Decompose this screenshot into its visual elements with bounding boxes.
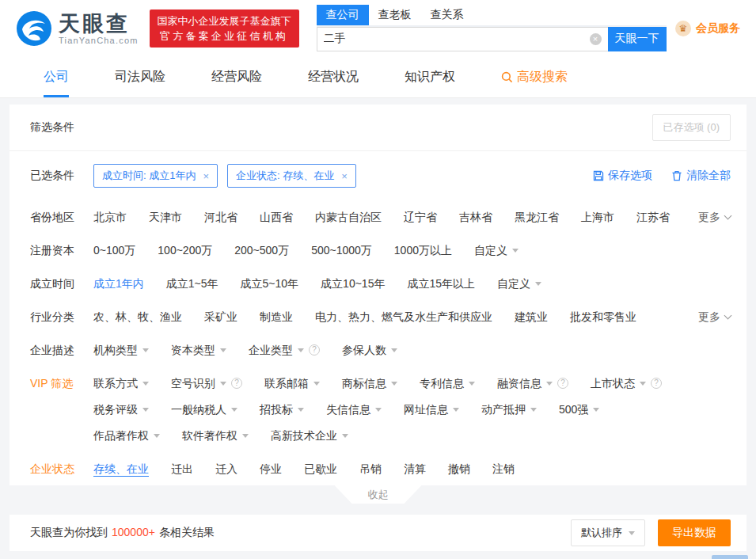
clear-input-icon[interactable] — [590, 33, 602, 45]
filter-option[interactable]: 天津市 — [149, 208, 182, 226]
filter-option[interactable]: 农、林、牧、渔业 — [93, 308, 182, 325]
nav-item-经营状况[interactable]: 经营状况 — [308, 57, 359, 97]
filter-option[interactable]: 高新技术企业 — [271, 427, 348, 444]
filter-option[interactable]: 动产抵押 — [481, 401, 537, 418]
filter-option[interactable]: 上海市 — [581, 208, 614, 226]
filter-option[interactable]: 招投标 — [260, 401, 304, 418]
filter-option[interactable]: 批发和零售业 — [570, 308, 636, 325]
filter-option[interactable]: 1000万以上 — [394, 241, 452, 259]
filter-chip[interactable]: 成立时间: 成立1年内 — [93, 164, 218, 188]
filter-option[interactable]: 停业 — [260, 460, 282, 477]
filter-option[interactable]: 一般纳税人 — [171, 401, 237, 418]
filter-option[interactable]: 软件著作权 — [182, 427, 249, 444]
filter-row-label: 成立时间 — [30, 275, 93, 292]
more-link[interactable]: 更多 — [698, 208, 731, 226]
filter-option[interactable]: 采矿业 — [204, 308, 237, 325]
export-data-button[interactable]: 导出数据 — [658, 519, 731, 546]
filter-option[interactable]: 上市状态? — [591, 375, 662, 392]
filter-chip[interactable]: 企业状态: 存续、在业 — [227, 164, 356, 188]
filter-option[interactable]: 山西省 — [260, 208, 293, 226]
collapse-panel-button[interactable]: 收起 — [335, 485, 422, 504]
caret-down-icon — [391, 382, 397, 386]
filter-option[interactable]: 北京市 — [93, 208, 127, 226]
logo[interactable]: 天眼查 TianYanCha.com — [16, 10, 139, 47]
filter-option[interactable]: 注销 — [492, 460, 515, 477]
selected-conditions-label: 已选条件 — [30, 169, 93, 183]
filter-option[interactable]: 企业类型? — [249, 341, 320, 359]
filter-option[interactable]: 电力、热力、燃气及水生产和供应业 — [315, 308, 492, 325]
filter-row: 省份地区北京市天津市河北省山西省内蒙古自治区辽宁省吉林省黑龙江省上海市江苏省更多 — [9, 200, 747, 234]
filter-row-line: 北京市天津市河北省山西省内蒙古自治区辽宁省吉林省黑龙江省上海市江苏省更多 — [93, 208, 731, 226]
filter-option[interactable]: 成立5~10年 — [241, 275, 299, 292]
filter-option[interactable]: 吉林省 — [459, 208, 492, 226]
caret-down-icon — [220, 348, 226, 352]
filter-option[interactable]: 资本类型 — [171, 341, 226, 359]
filter-option[interactable]: 河北省 — [204, 208, 237, 226]
filter-option[interactable]: 黑龙江省 — [515, 208, 559, 226]
filter-option[interactable]: 成立1~5年 — [166, 275, 218, 292]
filter-option[interactable]: 成立1年内 — [93, 275, 144, 292]
filter-option[interactable]: 建筑业 — [515, 308, 548, 325]
filter-option[interactable]: 空号识别? — [171, 375, 242, 392]
nav-item-司法风险[interactable]: 司法风险 — [115, 57, 165, 97]
filter-option[interactable]: 自定义 — [474, 241, 519, 259]
help-icon[interactable]: ? — [557, 378, 568, 389]
search-tab-查公司[interactable]: 查公司 — [317, 5, 369, 25]
filter-option[interactable]: 100~200万 — [158, 241, 212, 259]
save-options-button[interactable]: 保存选项 — [593, 169, 652, 183]
filter-option[interactable]: 网址信息 — [404, 401, 459, 418]
help-icon[interactable]: ? — [309, 344, 320, 356]
filter-option[interactable]: 商标信息 — [342, 375, 397, 392]
filter-option[interactable]: 200~500万 — [234, 241, 289, 259]
filter-option[interactable]: 专利信息 — [420, 375, 475, 392]
caret-down-icon — [342, 434, 348, 438]
help-icon[interactable]: ? — [231, 378, 242, 389]
filter-row: VIP 筛选联系方式空号识别?联系邮箱商标信息专利信息融资信息?上市状态?税务评… — [9, 367, 747, 452]
filter-option[interactable]: 机构类型 — [93, 341, 149, 359]
nav-item-知识产权[interactable]: 知识产权 — [405, 57, 455, 97]
page: 天眼查 TianYanCha.com 国家中小企业发展子基金旗下 官方备案企业征… — [0, 0, 756, 559]
sort-dropdown[interactable]: 默认排序 — [571, 519, 645, 546]
filter-option[interactable]: 吊销 — [359, 460, 382, 477]
chip-close-icon[interactable] — [341, 171, 348, 181]
filter-option[interactable]: 0~100万 — [93, 241, 135, 259]
filter-option[interactable]: 500强 — [559, 401, 599, 418]
filter-option[interactable]: 500~1000万 — [311, 241, 372, 259]
filter-option[interactable]: 制造业 — [260, 308, 293, 325]
filter-option[interactable]: 江苏省 — [636, 208, 670, 226]
filter-option[interactable]: 成立10~15年 — [321, 275, 385, 292]
nav-item-公司[interactable]: 公司 — [44, 57, 69, 97]
filter-option[interactable]: 参保人数 — [342, 341, 397, 359]
filter-option[interactable]: 已歇业 — [304, 460, 337, 477]
search-input[interactable] — [324, 32, 590, 45]
filter-option[interactable]: 自定义 — [497, 275, 541, 292]
clear-all-button[interactable]: 清除全部 — [671, 169, 731, 183]
filter-option[interactable]: 融资信息? — [497, 375, 568, 392]
search-tab-查关系[interactable]: 查关系 — [421, 5, 473, 25]
filter-option[interactable]: 迁入 — [215, 460, 237, 477]
search-submit-button[interactable]: 天眼一下 — [608, 27, 667, 51]
filter-option[interactable]: 成立15年以上 — [407, 275, 475, 292]
help-icon[interactable]: ? — [651, 378, 662, 389]
advanced-search-link[interactable]: 高级搜索 — [501, 57, 568, 97]
filter-option[interactable]: 联系邮箱 — [264, 375, 320, 392]
filter-row: 注册资本0~100万100~200万200~500万500~1000万1000万… — [9, 234, 747, 267]
search-tab-查老板[interactable]: 查老板 — [369, 5, 421, 25]
nav-item-经营风险[interactable]: 经营风险 — [211, 57, 262, 97]
more-link[interactable]: 更多 — [698, 308, 731, 325]
filter-option[interactable]: 联系方式 — [93, 375, 149, 392]
filter-option[interactable]: 迁出 — [171, 460, 193, 477]
chip-close-icon[interactable] — [203, 171, 209, 181]
saved-options-button[interactable]: 已存选项 (0) — [652, 114, 731, 141]
filter-option[interactable]: 撤销 — [448, 460, 470, 477]
filter-option[interactable]: 失信信息 — [326, 401, 382, 418]
filter-option[interactable]: 内蒙古自治区 — [315, 208, 382, 226]
caret-down-icon — [142, 382, 149, 386]
filter-option[interactable]: 税务评级 — [93, 401, 149, 418]
filter-option[interactable]: 清算 — [404, 460, 426, 477]
member-service-link[interactable]: 会员服务 — [675, 21, 740, 36]
filter-option[interactable]: 存续、在业 — [93, 460, 149, 477]
filter-option[interactable]: 辽宁省 — [404, 208, 437, 226]
filter-option[interactable]: 作品著作权 — [93, 427, 160, 444]
filter-row-options: 北京市天津市河北省山西省内蒙古自治区辽宁省吉林省黑龙江省上海市江苏省更多 — [93, 208, 731, 226]
